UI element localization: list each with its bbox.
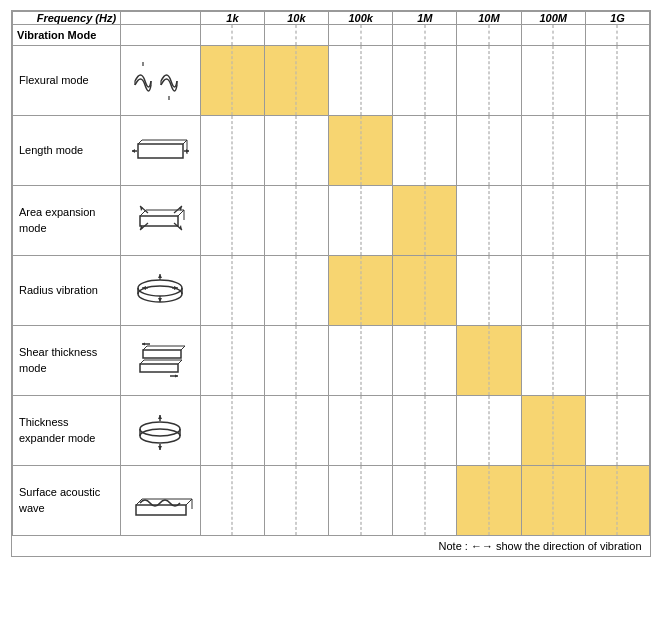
shear-1g bbox=[585, 326, 649, 396]
svg-rect-6 bbox=[138, 144, 183, 158]
area-100k bbox=[328, 186, 392, 256]
radius-100m bbox=[521, 256, 585, 326]
shear-10k bbox=[264, 326, 328, 396]
svg-rect-40 bbox=[143, 350, 181, 358]
svg-line-8 bbox=[183, 140, 187, 144]
freq-100k: 100k bbox=[328, 12, 392, 25]
shear-1m bbox=[393, 326, 457, 396]
shear-100m bbox=[521, 326, 585, 396]
flexural-1m bbox=[393, 46, 457, 116]
thickness-10m bbox=[457, 396, 521, 466]
flexural-100m bbox=[521, 46, 585, 116]
length-10m bbox=[457, 116, 521, 186]
svg-marker-57 bbox=[158, 415, 162, 419]
icon-radius bbox=[121, 256, 201, 326]
row-radius: Radius vibration bbox=[13, 256, 650, 326]
icon-thickness bbox=[121, 396, 201, 466]
length-100k bbox=[328, 116, 392, 186]
radius-10k bbox=[264, 256, 328, 326]
mode-label-radius: Radius vibration bbox=[13, 256, 121, 326]
mode-label-area: Area expansion mode bbox=[13, 186, 121, 256]
flexural-1k bbox=[201, 46, 265, 116]
mode-label-saw: Surface acoustic wave bbox=[13, 466, 121, 536]
svg-line-42 bbox=[181, 346, 185, 350]
thickness-1g bbox=[585, 396, 649, 466]
saw-10m bbox=[457, 466, 521, 536]
mode-col-header: Frequency (Hz) bbox=[13, 12, 121, 25]
freq-10m: 10M bbox=[457, 12, 521, 25]
radius-1g bbox=[585, 256, 649, 326]
vibration-mode-label: Vibration Mode bbox=[13, 25, 121, 46]
svg-marker-45 bbox=[142, 342, 145, 345]
row-flexural: Flexural mode bbox=[13, 46, 650, 116]
row-area: Area expansion mode bbox=[13, 186, 650, 256]
svg-marker-51 bbox=[175, 374, 178, 377]
saw-100k bbox=[328, 466, 392, 536]
chart-wrapper: Frequency (Hz) 1k 10k 100k 1M 10M 100M 1… bbox=[11, 10, 651, 557]
mode-label-thickness: Thickness expander mode bbox=[13, 396, 121, 466]
row-shear: Shear thickness mode bbox=[13, 326, 650, 396]
thickness-100k bbox=[328, 396, 392, 466]
freq-1m: 1M bbox=[393, 12, 457, 25]
area-10k bbox=[264, 186, 328, 256]
svg-rect-46 bbox=[140, 364, 178, 372]
header-row: Frequency (Hz) 1k 10k 100k 1M 10M 100M 1… bbox=[13, 12, 650, 25]
icon-shear bbox=[121, 326, 201, 396]
thickness-1k bbox=[201, 396, 265, 466]
length-1k bbox=[201, 116, 265, 186]
saw-1k bbox=[201, 466, 265, 536]
length-10k bbox=[264, 116, 328, 186]
freq-1k: 1k bbox=[201, 12, 265, 25]
icon-col-header bbox=[121, 12, 201, 25]
mode-label-flexural: Flexural mode bbox=[13, 46, 121, 116]
flexural-100k bbox=[328, 46, 392, 116]
row-length: Length mode bbox=[13, 116, 650, 186]
area-10m bbox=[457, 186, 521, 256]
radius-100k bbox=[328, 256, 392, 326]
svg-line-62 bbox=[186, 499, 192, 505]
length-100m bbox=[521, 116, 585, 186]
radius-1k bbox=[201, 256, 265, 326]
sub-header-row: Vibration Mode bbox=[13, 25, 650, 46]
length-1g bbox=[585, 116, 649, 186]
row-thickness: Thickness expander mode bbox=[13, 396, 650, 466]
svg-marker-59 bbox=[158, 446, 162, 450]
area-100m bbox=[521, 186, 585, 256]
freq-100m: 100M bbox=[521, 12, 585, 25]
saw-10k bbox=[264, 466, 328, 536]
saw-1m bbox=[393, 466, 457, 536]
mode-label-length: Length mode bbox=[13, 116, 121, 186]
area-1g bbox=[585, 186, 649, 256]
icon-area bbox=[121, 186, 201, 256]
shear-100k bbox=[328, 326, 392, 396]
note-row: Note : ←→ show the direction of vibratio… bbox=[13, 536, 650, 557]
icon-flexural bbox=[121, 46, 201, 116]
thickness-100m bbox=[521, 396, 585, 466]
shear-10m bbox=[457, 326, 521, 396]
thickness-10k bbox=[264, 396, 328, 466]
area-1m bbox=[393, 186, 457, 256]
area-1k bbox=[201, 186, 265, 256]
radius-10m bbox=[457, 256, 521, 326]
svg-rect-60 bbox=[136, 505, 186, 515]
thickness-1m bbox=[393, 396, 457, 466]
freq-10k: 10k bbox=[264, 12, 328, 25]
svg-line-48 bbox=[178, 360, 182, 364]
saw-1g bbox=[585, 466, 649, 536]
saw-100m bbox=[521, 466, 585, 536]
row-saw: Surface acoustic wave bbox=[13, 466, 650, 536]
icon-length bbox=[121, 116, 201, 186]
note-text: Note : ←→ show the direction of vibratio… bbox=[439, 540, 642, 552]
flexural-1g bbox=[585, 46, 649, 116]
flexural-10k bbox=[264, 46, 328, 116]
length-1m bbox=[393, 116, 457, 186]
shear-1k bbox=[201, 326, 265, 396]
mode-label-shear: Shear thickness mode bbox=[13, 326, 121, 396]
svg-marker-33 bbox=[158, 274, 162, 278]
icon-saw bbox=[121, 466, 201, 536]
svg-marker-12 bbox=[132, 149, 135, 153]
radius-1m bbox=[393, 256, 457, 326]
flexural-10m bbox=[457, 46, 521, 116]
freq-1g: 1G bbox=[585, 12, 649, 25]
